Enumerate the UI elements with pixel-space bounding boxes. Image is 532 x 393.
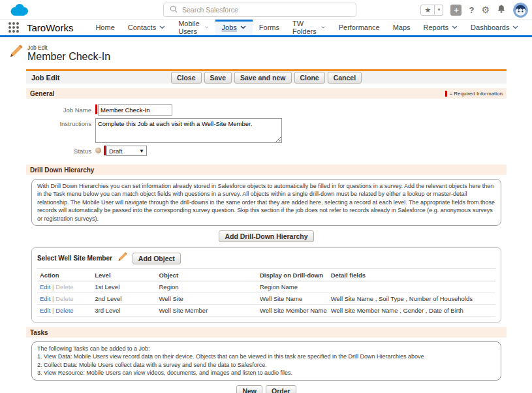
search-placeholder: Search Salesforce (182, 6, 238, 14)
display-cell: Well Site Member Name (257, 305, 328, 317)
tab-maps[interactable]: Maps (386, 20, 417, 35)
cancel-button-top[interactable]: Cancel (328, 72, 362, 84)
chevron-down-icon (452, 25, 458, 29)
edit-link[interactable]: Edit (40, 295, 50, 302)
app-launcher-icon[interactable] (8, 22, 19, 33)
required-bar-icon (104, 146, 106, 155)
favorites-caret-icon[interactable]: ▾ (435, 5, 443, 16)
drill-down-section-header: Drill Down Hierarchy (26, 165, 507, 175)
required-legend: = Required Information (445, 91, 503, 97)
general-section-header: General = Required Information (26, 88, 507, 99)
object-cell: Well Site (157, 293, 257, 305)
breadcrumb: Job Edit (27, 44, 110, 51)
section-title: Drill Down Hierarchy (30, 166, 94, 174)
column-header-action: Action (37, 269, 92, 281)
instructions-textarea[interactable]: Complete this Job at each visit with a W… (95, 118, 282, 143)
object-cell: Well Site Member (157, 305, 257, 317)
save-button-top[interactable]: Save (204, 72, 232, 84)
tab-jobs[interactable]: Jobs (215, 20, 253, 35)
table-row: Edit | Delete 2nd Level Well Site Well S… (37, 293, 495, 305)
tab-contacts[interactable]: Contacts (121, 20, 172, 35)
global-search-input[interactable]: Search Salesforce (163, 3, 356, 17)
drill-down-table: Action Level Object Display on Drill-dow… (37, 268, 495, 317)
delete-link: Delete (55, 283, 73, 291)
user-avatar[interactable] (513, 3, 528, 18)
section-title: General (30, 90, 54, 97)
tab-performance[interactable]: Performance (332, 20, 386, 35)
status-select[interactable]: Draft ▼ (106, 146, 147, 156)
drill-down-panel: Select Well Site Member Add Object Actio… (31, 247, 501, 322)
chevron-down-icon (159, 25, 165, 29)
required-bar-icon (445, 91, 447, 97)
job-edit-header-bar: Job Edit Close Save Save and new Clone C… (26, 69, 507, 84)
tab-reports[interactable]: Reports (417, 20, 465, 35)
select-caret-icon: ▼ (139, 148, 144, 154)
page-title: Member Check-In (27, 51, 110, 63)
pencil-icon (117, 252, 127, 264)
status-label: Status (26, 146, 95, 155)
tab-tw-folders[interactable]: TW Folders (286, 20, 332, 35)
general-form: Job Name Instructions Complete this Job … (26, 99, 507, 160)
delete-link: Delete (55, 295, 73, 302)
required-bar-icon (95, 104, 97, 114)
nav-tabs: Home Contacts Mobile Users Jobs Forms TW… (89, 20, 532, 35)
edit-link[interactable]: Edit (40, 283, 50, 291)
close-button-top[interactable]: Close (171, 72, 202, 84)
section-title: Tasks (30, 329, 48, 336)
favorites-star-icon[interactable]: ★ (420, 5, 435, 16)
job-edit-card: Job Edit Close Save Save and new Clone C… (26, 69, 507, 393)
status-selected-value: Draft (109, 148, 123, 155)
pencil-icon (9, 44, 23, 61)
display-cell: Region Name (257, 281, 328, 293)
app-navigation-bar: TaroWorks Home Contacts Mobile Users Job… (0, 20, 532, 37)
tab-dashboards[interactable]: Dashboards (464, 20, 525, 35)
salesforce-cloud-logo (8, 3, 30, 20)
column-header-display: Display on Drill-down (257, 269, 328, 281)
chevron-down-icon (205, 25, 208, 29)
detail-fields-cell: Well Site Name , Soil Type , Number of H… (328, 293, 495, 305)
level-cell: 3rd Level (92, 305, 156, 317)
detail-fields-cell: Well Site Member Name , Gender , Date of… (328, 305, 495, 317)
object-cell: Region (157, 281, 257, 293)
add-object-button[interactable]: Add Object (133, 253, 181, 264)
delete-link[interactable]: Delete (55, 307, 73, 314)
detail-fields-cell (328, 281, 495, 293)
level-cell: 2nd Level (92, 293, 156, 305)
add-drill-down-hierarchy-button[interactable]: Add Drill-Down Hierarchy (219, 230, 313, 242)
tasks-description: The following Tasks can be added to a Jo… (31, 341, 501, 381)
new-task-button[interactable]: New (236, 385, 262, 393)
edit-link[interactable]: Edit (40, 307, 50, 314)
field-help-icon[interactable] (95, 148, 101, 153)
order-tasks-button[interactable]: Order (266, 385, 296, 393)
tab-forms[interactable]: Forms (253, 20, 286, 35)
job-name-label: Job Name (26, 104, 95, 114)
block-title: Job Edit (31, 74, 59, 82)
column-header-detail-fields: Detail fields (328, 269, 495, 281)
app-name: TaroWorks (27, 22, 73, 33)
tab-more[interactable]: More▾ (525, 20, 532, 35)
chevron-down-icon (321, 25, 325, 29)
search-icon (170, 4, 178, 16)
column-header-level: Level (92, 269, 156, 281)
table-row: Edit | Delete 3rd Level Well Site Member… (37, 305, 495, 317)
create-plus-icon[interactable]: + (450, 5, 462, 16)
tab-home[interactable]: Home (89, 20, 121, 35)
column-header-object: Object (157, 269, 257, 281)
clone-button-top[interactable]: Clone (294, 72, 324, 84)
save-and-new-button-top[interactable]: Save and new (234, 72, 291, 84)
global-header: Search Salesforce ★ ▾ + ? ⚙ (0, 0, 532, 20)
notifications-bell-icon[interactable] (497, 4, 506, 16)
chevron-down-icon (240, 25, 246, 29)
job-name-input[interactable] (98, 104, 172, 116)
setup-gear-icon[interactable]: ⚙ (481, 5, 490, 14)
drill-down-description: With Drill Down Hierarchies you can set … (31, 179, 501, 226)
table-row: Edit | Delete 1st Level Region Region Na… (37, 281, 495, 293)
level-cell: 1st Level (92, 281, 156, 293)
help-icon[interactable]: ? (469, 5, 474, 15)
chevron-down-icon (512, 25, 518, 29)
tasks-section-header: Tasks (26, 327, 507, 338)
instructions-label: Instructions (26, 118, 95, 127)
drill-down-panel-title: Select Well Site Member (37, 255, 112, 262)
tab-mobile-users[interactable]: Mobile Users (172, 20, 215, 35)
display-cell: Well Site Name (257, 293, 328, 305)
